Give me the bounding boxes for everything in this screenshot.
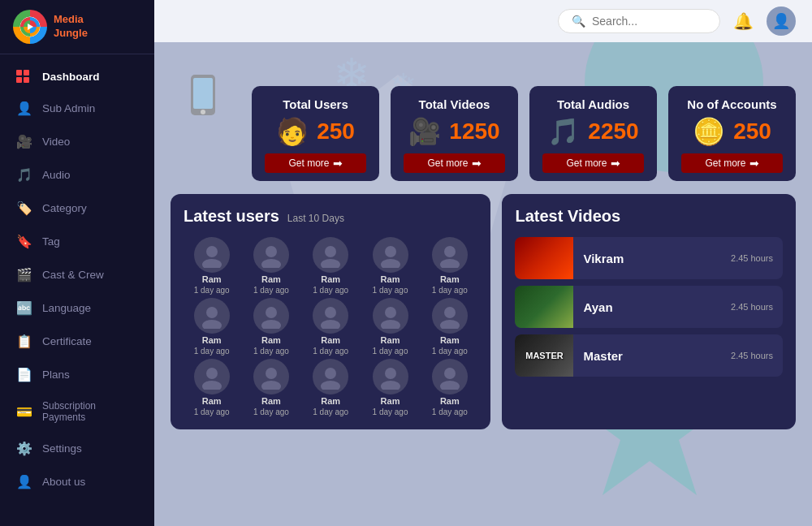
sidebar-item-audio[interactable]: 🎵 Audio: [0, 158, 154, 192]
get-more-users-link[interactable]: Get more ➡: [265, 153, 366, 173]
user-item: Ram 1 day ago: [362, 237, 418, 295]
video-item[interactable]: Vikram 2.45 hours: [515, 237, 783, 279]
user-name: Ram: [321, 396, 340, 406]
video-item[interactable]: Ayan 2.45 hours: [515, 286, 783, 328]
bell-icon[interactable]: 🔔: [733, 11, 754, 31]
svg-point-33: [444, 368, 456, 379]
sub-admin-icon: 👤: [16, 101, 32, 116]
user-name: Ram: [440, 396, 460, 406]
get-more-accounts-label: Get more: [705, 157, 745, 169]
stat-cards-container: Total Users 🧑 250 Get more ➡ Total Video…: [252, 86, 796, 181]
dashboard-icon: [16, 70, 32, 83]
user-avatar: [194, 359, 230, 394]
stat-title-total-users: Total Users: [265, 97, 366, 111]
latest-users-subtitle: Last 10 Days: [287, 213, 344, 224]
stat-value-no-of-accounts: 250: [733, 119, 771, 144]
video-thumbnail: [515, 237, 573, 279]
video-title: Ayan: [583, 300, 721, 314]
user-name: Ram: [261, 335, 281, 345]
subscription-icon: 💳: [16, 404, 32, 420]
user-time: 1 day ago: [194, 347, 230, 356]
user-avatar: [194, 237, 230, 273]
user-time: 1 day ago: [432, 407, 468, 416]
audio-icon: 🎵: [16, 167, 32, 183]
arrow-right-icon: ➡: [333, 157, 343, 170]
lower-section: Latest users Last 10 Days Ram 1 day ago …: [154, 194, 812, 446]
user-item: Ram 1 day ago: [243, 298, 299, 356]
stat-value-total-users: 250: [317, 119, 355, 144]
header: 🔍 🔔 👤: [154, 0, 812, 42]
tag-icon: 🔖: [16, 234, 32, 249]
svg-point-13: [444, 246, 456, 257]
svg-point-29: [325, 368, 336, 379]
svg-point-17: [266, 307, 277, 318]
avatar[interactable]: 👤: [767, 6, 796, 36]
user-name: Ram: [381, 335, 400, 345]
svg-point-14: [440, 259, 460, 268]
latest-users-title: Latest users: [184, 207, 279, 226]
get-more-videos-link[interactable]: Get more ➡: [404, 153, 505, 173]
video-item[interactable]: MASTER Master 2.45 hours: [515, 334, 783, 377]
user-item: Ram 1 day ago: [362, 298, 418, 356]
svg-point-15: [206, 307, 218, 318]
user-avatar: [313, 237, 348, 273]
plans-label: Plans: [42, 369, 70, 381]
sidebar-item-certificate[interactable]: 📋 Certificate: [0, 325, 154, 358]
get-more-accounts-link[interactable]: Get more ➡: [681, 153, 783, 173]
user-item: Ram 1 day ago: [421, 359, 477, 416]
sidebar-item-plans[interactable]: 📄 Plans: [0, 358, 154, 391]
user-time: 1 day ago: [373, 347, 408, 356]
svg-point-12: [381, 259, 400, 268]
svg-point-30: [321, 381, 340, 390]
user-item: Ram 1 day ago: [243, 359, 299, 416]
user-item: Ram 1 day ago: [421, 298, 477, 356]
stat-icon-accounts: 🪙: [693, 116, 725, 147]
video-thumbnail: MASTER: [515, 334, 573, 377]
search-bar[interactable]: 🔍: [558, 9, 720, 33]
sidebar-item-video[interactable]: 🎥 Video: [0, 125, 154, 158]
search-input[interactable]: [592, 15, 706, 28]
get-more-users-label: Get more: [288, 157, 329, 169]
sidebar-item-cast-crew[interactable]: 🎬 Cast & Crew: [0, 258, 154, 291]
user-avatar: [432, 298, 468, 334]
get-more-videos-label: Get more: [427, 157, 468, 169]
latest-users-header: Latest users Last 10 Days: [184, 207, 477, 226]
get-more-audios-link[interactable]: Get more ➡: [542, 153, 644, 173]
video-thumbnail: [515, 286, 573, 328]
svg-point-25: [206, 368, 218, 379]
about-label: About us: [42, 476, 85, 488]
svg-point-31: [385, 368, 396, 379]
sidebar-item-language[interactable]: 🔤 Language: [0, 291, 154, 325]
stat-value-total-audios: 2250: [588, 119, 638, 144]
user-item: Ram 1 day ago: [303, 237, 359, 295]
user-name: Ram: [261, 274, 281, 284]
sidebar-item-settings[interactable]: ⚙️ Settings: [0, 432, 154, 465]
sidebar-item-about[interactable]: 👤 About us: [0, 465, 154, 498]
sidebar-item-dashboard[interactable]: Dashboard: [0, 61, 154, 92]
user-item: Ram 1 day ago: [421, 237, 477, 295]
logo-text: Media Jungle: [54, 13, 88, 41]
category-icon: 🏷️: [16, 200, 32, 216]
sidebar-item-sub-admin[interactable]: 👤 Sub Admin: [0, 92, 154, 125]
svg-point-7: [266, 246, 277, 257]
arrow-right-icon-4: ➡: [749, 157, 759, 170]
svg-point-11: [385, 246, 396, 257]
user-avatar: [432, 359, 468, 394]
svg-point-19: [325, 307, 336, 318]
dashboard-label: Dashboard: [42, 71, 100, 83]
get-more-audios-label: Get more: [566, 157, 607, 169]
stat-card-no-of-accounts: No of Accounts 🪙 250 Get more ➡: [668, 86, 796, 181]
svg-rect-3: [193, 78, 213, 109]
sidebar-item-tag[interactable]: 🔖 Tag: [0, 225, 154, 258]
logo-area: Media Jungle: [0, 0, 154, 54]
svg-point-10: [321, 259, 340, 268]
cast-crew-icon: 🎬: [16, 267, 32, 282]
latest-users-card: Latest users Last 10 Days Ram 1 day ago …: [171, 194, 490, 429]
stat-card-total-videos: Total Videos 🎥 1250 Get more ➡: [391, 86, 518, 181]
sidebar-item-category[interactable]: 🏷️ Category: [0, 192, 154, 225]
user-item: Ram 1 day ago: [184, 237, 240, 295]
videos-list: Vikram 2.45 hours Ayan 2.45 hours MASTER…: [515, 237, 783, 377]
user-avatar: [313, 359, 348, 394]
sidebar-item-subscription[interactable]: 💳 Subscription Payments: [0, 391, 154, 432]
video-info: Vikram: [583, 252, 721, 265]
